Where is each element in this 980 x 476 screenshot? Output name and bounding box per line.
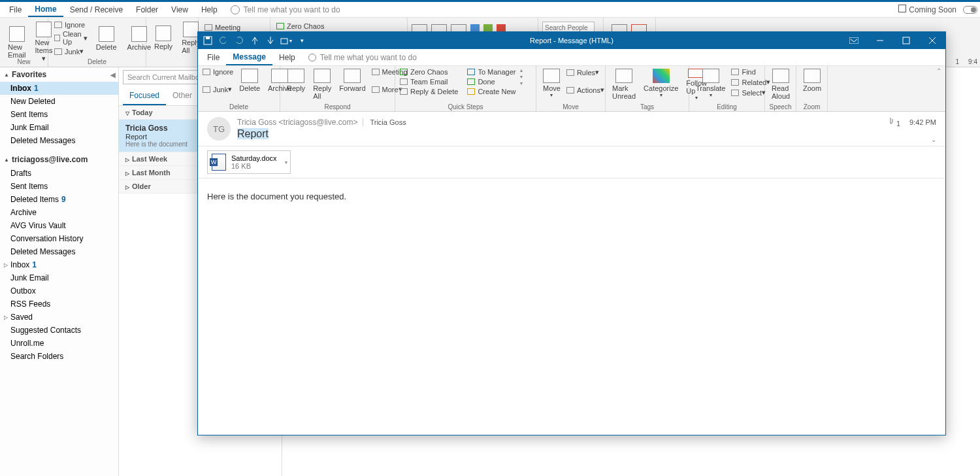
nav-avg[interactable]: AVG Virus Vault <box>0 219 118 232</box>
qat-undo[interactable] <box>216 34 231 47</box>
reply-button-main[interactable]: Reply <box>150 24 176 52</box>
nav-drafts[interactable]: Drafts <box>0 167 118 180</box>
attachment-dropdown-icon[interactable]: ▾ <box>285 160 287 165</box>
msg-forward[interactable]: Forward <box>335 67 369 102</box>
nav-sent[interactable]: Sent Items <box>0 180 118 193</box>
qat-prev[interactable] <box>248 34 262 47</box>
delete-button[interactable]: Delete <box>92 25 121 52</box>
attachment-indicator: 1 <box>887 117 900 128</box>
trash-icon <box>99 26 114 42</box>
tab-home[interactable]: Home <box>28 3 63 17</box>
meeting-button-main[interactable]: Meeting <box>203 23 266 32</box>
msg-junk[interactable]: Junk ▾ <box>201 84 235 94</box>
group-label-new: New <box>0 58 48 65</box>
nav-deleted-msgs-fav[interactable]: Deleted Messages <box>0 134 118 147</box>
tellme-search[interactable]: Tell me what you want to do <box>231 5 340 14</box>
tab-view[interactable]: View <box>165 3 195 16</box>
nav-junk[interactable]: Junk Email <box>0 271 118 284</box>
qat-customize[interactable]: ▾ <box>295 34 309 47</box>
qs-zero[interactable]: Zero Chaos <box>398 67 460 76</box>
undo-icon <box>219 36 228 45</box>
tab-focused[interactable]: Focused <box>123 87 166 105</box>
qs-up[interactable]: ▴ <box>520 67 523 73</box>
favorites-header[interactable]: ▲Favorites◀ <box>0 67 118 82</box>
attachment-item[interactable]: Saturday.docx 16 KB ▾ <box>207 150 291 174</box>
nav-archive[interactable]: Archive <box>0 206 118 219</box>
qs-manager[interactable]: To Manager <box>465 67 517 76</box>
minimize-button[interactable] <box>867 32 893 49</box>
nav-search-folders[interactable]: Search Folders <box>0 350 118 363</box>
qs-zero-main[interactable]: Zero Chaos <box>274 22 403 31</box>
nav-inbox-fav[interactable]: Inbox1 <box>0 82 118 95</box>
collapse-nav-icon[interactable]: ◀ <box>110 71 116 78</box>
nav-deleted-messages[interactable]: Deleted Messages <box>0 245 118 258</box>
mark-unread-button[interactable]: Mark Unread <box>608 67 640 102</box>
group-label: Speech <box>765 103 796 110</box>
check-icon <box>467 78 475 85</box>
qs-reply-delete[interactable]: Reply & Delete <box>398 87 460 96</box>
tab-file[interactable]: File <box>3 3 28 16</box>
rules-button[interactable]: Rules ▾ <box>564 67 606 77</box>
msg-reply[interactable]: Reply <box>283 67 309 102</box>
ribbon-options-button[interactable] <box>841 32 867 49</box>
junk-button[interactable]: Junk ▾ <box>52 46 90 56</box>
new-email-button[interactable]: New Email <box>4 25 30 60</box>
tab-help[interactable]: Help <box>195 3 224 16</box>
msg-reply-all[interactable]: Reply All <box>309 67 335 102</box>
tab-send-receive[interactable]: Send / Receive <box>63 3 129 16</box>
svg-rect-3 <box>849 37 858 44</box>
zoom-button[interactable]: Zoom <box>799 67 825 102</box>
msg-tellme[interactable]: Tell me what you want to do <box>308 53 417 62</box>
qat-next[interactable] <box>263 34 278 47</box>
maximize-button[interactable] <box>893 32 919 49</box>
move-button[interactable]: Move▾ <box>539 67 564 102</box>
qs-expand[interactable]: ▾ <box>520 80 523 86</box>
msg-tab-help[interactable]: Help <box>272 50 302 65</box>
tab-other[interactable]: Other <box>166 87 199 105</box>
cursor-icon <box>731 90 739 96</box>
nav-junk-fav[interactable]: Junk Email <box>0 121 118 134</box>
qat-redo[interactable] <box>232 34 246 47</box>
qat-move[interactable]: ▾ <box>279 34 293 47</box>
msg-tab-file[interactable]: File <box>201 50 226 65</box>
read-aloud-button[interactable]: Read Aloud <box>768 67 794 102</box>
subject-line: Report <box>237 128 406 140</box>
nav-outbox[interactable]: Outbox <box>0 284 118 298</box>
msg-tab-message[interactable]: Message <box>226 50 272 65</box>
nav-rss[interactable]: RSS Feeds <box>0 298 118 311</box>
translate-button[interactable]: Translate▾ <box>692 67 729 102</box>
actions-button[interactable]: Actions ▾ <box>564 85 606 95</box>
reply-icon <box>400 88 408 95</box>
nav-saved[interactable]: ▷Saved <box>0 311 118 324</box>
nav-suggested[interactable]: Suggested Contacts <box>0 324 118 337</box>
qs-team[interactable]: Team Email <box>398 77 460 86</box>
nav-conv-history[interactable]: Conversation History <box>0 232 118 245</box>
collapse-ribbon-icon[interactable]: ⌃ <box>936 67 941 75</box>
close-button[interactable] <box>919 32 945 49</box>
group-label: Move <box>536 103 605 110</box>
flag-icon <box>276 23 284 29</box>
qs-done[interactable]: Done <box>465 77 517 86</box>
categorize-button[interactable]: Categorize▾ <box>640 67 682 102</box>
msg-delete[interactable]: Delete <box>235 67 264 102</box>
nav-unroll[interactable]: Unroll.me <box>0 337 118 350</box>
cleanup-button[interactable]: Clean Up ▾ <box>52 29 90 46</box>
save-icon <box>203 36 212 45</box>
actions-icon <box>566 87 574 94</box>
nav-new-deleted[interactable]: New Deleted <box>0 95 118 108</box>
tab-folder[interactable]: Folder <box>129 3 165 16</box>
ignore-button[interactable]: Ignore <box>52 20 90 29</box>
msg-ignore[interactable]: Ignore <box>201 67 235 76</box>
expand-header-button[interactable]: ⌄ <box>931 136 936 143</box>
group-label: Respond <box>280 103 395 110</box>
coming-soon-toggle[interactable] <box>963 6 977 14</box>
account-header[interactable]: ▲triciagoss@live.com <box>0 152 118 167</box>
group-label: Quick Steps <box>395 103 536 110</box>
message-window: ▾ ▾ Report - Message (HTML) File Message… <box>197 31 946 435</box>
nav-sent-fav[interactable]: Sent Items <box>0 108 118 121</box>
nav-deleted-items[interactable]: Deleted Items9 <box>0 193 118 206</box>
qat-save[interactable] <box>201 34 215 47</box>
nav-inbox[interactable]: ▷Inbox1 <box>0 258 118 271</box>
qs-create[interactable]: Create New <box>465 87 517 96</box>
qs-down[interactable]: ▾ <box>520 74 523 80</box>
